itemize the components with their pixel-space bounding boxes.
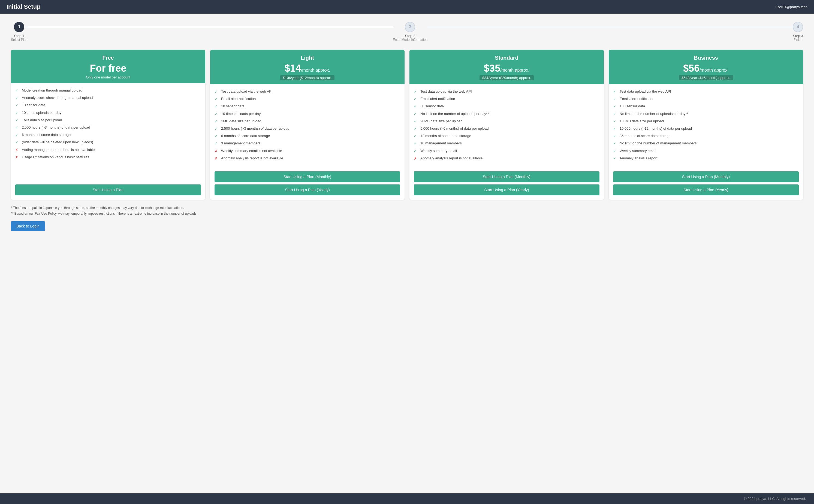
feature-item-3-4: ✓100MB data size per upload xyxy=(613,119,799,124)
stepper-label-2: Step 2 xyxy=(405,34,416,38)
plan-button-1-0[interactable]: Start Using a Plan (Monthly) xyxy=(214,171,400,182)
plan-features-1: ✓Test data upload via the web API✓Email … xyxy=(210,84,404,168)
feature-item-0-2: ✓10 sensor data xyxy=(15,103,201,108)
footnotes: * The fees are paid in Japanese yen thro… xyxy=(11,205,803,217)
feature-item-0-3: ✓10 times uploads per day xyxy=(15,110,201,116)
plan-header-2: Standard$35/month approx.$342/year ($29/… xyxy=(410,50,604,84)
feature-item-2-8: ✓Weekly summary email xyxy=(414,148,600,154)
feature-text-0-4: 1MB data size per upload xyxy=(22,118,62,123)
plan-header-1: Light$14/month approx.$136/year ($12/mon… xyxy=(210,50,404,84)
stepper-line-1 xyxy=(28,27,393,27)
feature-text-0-5: 2,500 hours (>3 months) of data per uplo… xyxy=(22,125,90,130)
plan-button-2-1[interactable]: Start Using a Plan (Yearly) xyxy=(414,184,600,195)
feature-item-3-6: ✓36 months of score data storage xyxy=(613,133,799,139)
plan-button-0-0[interactable]: Start Using a Plan xyxy=(15,184,201,195)
feature-text-0-2: 10 sensor data xyxy=(22,103,45,108)
feature-item-3-5: ✓10,000 hours (>12 months) of data per u… xyxy=(613,126,799,131)
feature-item-1-0: ✓Test data upload via the web API xyxy=(214,89,400,94)
check-icon: ✓ xyxy=(214,97,219,102)
plan-card-3: Business$56/month approx.$548/year ($46/… xyxy=(609,50,803,200)
plan-price-main-1: $14/month approx. xyxy=(213,63,401,74)
check-icon: ✓ xyxy=(214,89,219,94)
feature-text-1-4: 1MB data size per upload xyxy=(221,119,261,124)
feature-item-0-6: ✓6 months of score data storage xyxy=(15,132,201,138)
check-icon: ✓ xyxy=(15,111,20,116)
feature-item-3-8: ✓Weekly summary email xyxy=(613,148,799,154)
feature-item-3-1: ✓Email alert notification xyxy=(613,96,799,102)
feature-text-0-9: Usage limitations on various basic featu… xyxy=(22,155,89,160)
check-icon: ✓ xyxy=(214,112,219,117)
check-icon: ✓ xyxy=(613,89,618,94)
cross-icon: ✗ xyxy=(214,149,219,154)
plan-buttons-3: Start Using a Plan (Monthly)Start Using … xyxy=(609,168,803,200)
feature-item-1-2: ✓10 sensor data xyxy=(214,104,400,109)
feature-text-1-9: Anomaly analysis report is not availavle xyxy=(221,156,283,161)
plan-button-1-1[interactable]: Start Using a Plan (Yearly) xyxy=(214,184,400,195)
feature-text-1-3: 10 times uploads per day xyxy=(221,111,261,116)
plan-price-main-3: $56/month approx. xyxy=(612,63,800,74)
plan-features-3: ✓Test data upload via the web API✓Email … xyxy=(609,84,803,168)
main-content: 1 Step 1 Select Plan 3 Step 2 Enter Mode… xyxy=(0,14,814,493)
check-icon: ✓ xyxy=(414,104,418,109)
check-icon: ✓ xyxy=(15,140,20,145)
stepper-step-3: 4 Step 3 Finish xyxy=(793,22,803,42)
plan-price-main-2: $35/month approx. xyxy=(413,63,601,74)
check-icon: ✓ xyxy=(414,89,418,94)
check-icon: ✓ xyxy=(613,112,618,117)
plan-name-3: Business xyxy=(612,55,800,61)
feature-text-2-3: No limit on the number of uploads per da… xyxy=(421,111,489,116)
feature-item-1-7: ✓3 management members xyxy=(214,141,400,146)
app-title: Initial Setup xyxy=(7,3,41,10)
feature-item-0-9: ✗Usage limitations on various basic feat… xyxy=(15,155,201,160)
feature-item-0-0: ✓Model creation through manual upload xyxy=(15,88,201,93)
feature-item-2-7: ✓10 management members xyxy=(414,141,600,146)
check-icon: ✓ xyxy=(613,126,618,131)
check-icon: ✓ xyxy=(214,141,219,146)
feature-text-0-8: Adding management members is not availab… xyxy=(22,147,95,152)
plan-price-yearly-2: $342/year ($29/month) approx. xyxy=(480,75,534,80)
plan-card-1: Light$14/month approx.$136/year ($12/mon… xyxy=(210,50,404,200)
footer-text: © 2024 pratya, LLC. All rights reserved. xyxy=(744,497,806,501)
check-icon: ✓ xyxy=(414,119,418,124)
feature-item-0-1: ✓Anomaly score check through manual uplo… xyxy=(15,95,201,101)
plan-features-0: ✓Model creation through manual upload✓An… xyxy=(11,83,205,181)
cross-icon: ✗ xyxy=(214,156,219,161)
plan-features-2: ✓Test data upload via the web API✓Email … xyxy=(410,84,604,168)
feature-text-1-5: 2,500 hours (>3 months) of data per uplo… xyxy=(221,126,289,131)
feature-text-1-6: 6 months of score data storage xyxy=(221,133,270,138)
feature-text-2-5: 5,000 hours (>6 months) of data per uplo… xyxy=(421,126,489,131)
feature-text-3-0: Test data upload via the web API xyxy=(620,89,671,94)
check-icon: ✓ xyxy=(414,134,418,139)
check-icon: ✓ xyxy=(414,112,418,117)
feature-text-2-2: 50 sensor data xyxy=(421,104,444,109)
feature-item-0-5: ✓2,500 hours (>3 months) of data per upl… xyxy=(15,125,201,130)
plan-button-2-0[interactable]: Start Using a Plan (Monthly) xyxy=(414,171,600,182)
feature-text-0-1: Anomaly score check through manual uploa… xyxy=(22,95,93,100)
stepper-sublabel-3: Finish xyxy=(794,38,802,42)
plan-button-3-1[interactable]: Start Using a Plan (Yearly) xyxy=(613,184,799,195)
back-to-login-button[interactable]: Back to Login xyxy=(11,221,45,231)
feature-text-3-6: 36 months of score data storage xyxy=(620,133,670,138)
plan-name-1: Light xyxy=(213,55,401,61)
plan-header-3: Business$56/month approx.$548/year ($46/… xyxy=(609,50,803,84)
feature-item-1-9: ✗Anomaly analysis report is not availavl… xyxy=(214,156,400,161)
feature-text-3-1: Email alert notification xyxy=(620,96,654,101)
stepper-circle-2: 3 xyxy=(405,22,415,32)
plan-name-2: Standard xyxy=(413,55,601,61)
plan-card-2: Standard$35/month approx.$342/year ($29/… xyxy=(410,50,604,200)
check-icon: ✓ xyxy=(613,97,618,102)
top-bar: Initial Setup user01@pratya.tech xyxy=(0,0,814,14)
feature-text-3-7: No limit on the number of management mem… xyxy=(620,141,697,146)
feature-text-0-7: (older data will be deleted upon new upl… xyxy=(22,140,93,145)
feature-text-1-7: 3 management members xyxy=(221,141,261,146)
feature-text-0-3: 10 times uploads per day xyxy=(22,110,61,115)
feature-item-1-6: ✓6 months of score data storage xyxy=(214,133,400,139)
feature-text-3-9: Anomaly analysis report xyxy=(620,156,658,161)
feature-item-0-4: ✓1MB data size per upload xyxy=(15,118,201,123)
cross-icon: ✗ xyxy=(414,156,418,161)
stepper-label-1: Step 1 xyxy=(14,34,25,38)
plan-price-main-0: For free xyxy=(14,63,202,74)
plan-button-3-0[interactable]: Start Using a Plan (Monthly) xyxy=(613,171,799,182)
feature-item-2-5: ✓5,000 hours (>6 months) of data per upl… xyxy=(414,126,600,131)
stepper-line-2 xyxy=(428,27,793,27)
